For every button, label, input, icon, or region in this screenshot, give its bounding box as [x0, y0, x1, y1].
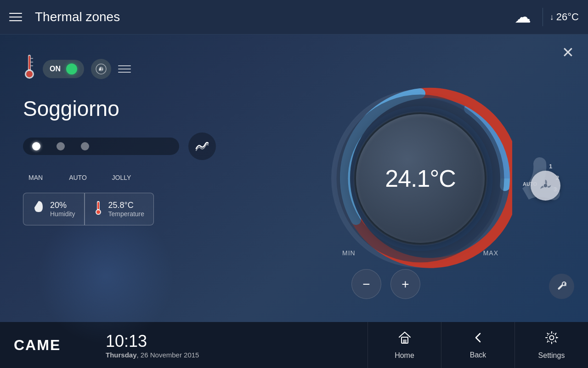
mode-auto-label: AUTO: [56, 174, 100, 181]
current-temperature: 24.1°C: [385, 165, 456, 192]
heating-mode-icon[interactable]: [91, 59, 111, 79]
humidity-label: Humidity: [50, 210, 75, 218]
svg-rect-6: [28, 56, 30, 69]
wave-button[interactable]: [188, 132, 216, 160]
fan-speed-selector: AUTO 1 2 3: [519, 145, 560, 201]
brand-section: CAME: [0, 337, 92, 354]
date-rest: , 26 November 2015: [137, 351, 199, 359]
mode-dot-jolly[interactable]: [81, 142, 89, 150]
temp-sensor-value: 25.8°C: [108, 201, 144, 210]
navigation-section: Home Back Settings: [368, 322, 588, 368]
toggle-label: ON: [50, 65, 61, 73]
page-title: Thermal zones: [35, 10, 514, 24]
sensor-cards: 20% Humidity 25.8°C Temperature: [23, 193, 230, 225]
temperature-card: 25.8°C Temperature: [85, 193, 154, 225]
svg-rect-11: [97, 202, 99, 209]
left-panel: ON Soggiorno: [0, 34, 253, 322]
home-nav-button[interactable]: Home: [368, 322, 441, 368]
header-divider: [543, 8, 543, 26]
humidity-card: 20% Humidity: [23, 193, 85, 225]
svg-rect-26: [403, 340, 406, 343]
mode-dot-auto[interactable]: [57, 142, 65, 150]
close-button[interactable]: ✕: [562, 44, 574, 61]
footer: CAME 10:13 Thursday, 26 November 2015 Ho…: [0, 322, 588, 368]
svg-point-7: [26, 71, 33, 77]
wrench-settings-button[interactable]: [549, 274, 574, 299]
svg-point-13: [96, 210, 100, 214]
main-content: ON Soggiorno: [0, 34, 588, 322]
increase-button[interactable]: +: [390, 269, 420, 299]
power-toggle[interactable]: ON: [43, 60, 84, 78]
right-panel: ✕: [253, 34, 588, 322]
temp-sensor-label: Temperature: [108, 210, 144, 218]
fan-speed-button[interactable]: [531, 171, 560, 201]
date-display: Thursday, 26 November 2015: [106, 351, 354, 359]
thermometer-icon: [23, 53, 36, 85]
time-section: 10:13 Thursday, 26 November 2015: [92, 332, 368, 359]
home-nav-label: Home: [395, 351, 414, 360]
mode-selector[interactable]: [23, 138, 179, 155]
back-nav-label: Back: [470, 351, 486, 359]
thermostat-dial: 24.1°C MIN MAX: [328, 86, 512, 270]
mode-jolly-label: JOLLY: [100, 174, 143, 181]
svg-point-27: [549, 335, 554, 339]
settings-nav-label: Settings: [538, 351, 565, 360]
control-buttons: − +: [351, 269, 420, 299]
svg-point-24: [544, 184, 547, 187]
min-label: MIN: [342, 249, 356, 257]
dial-center: 24.1°C: [356, 114, 485, 243]
options-menu-icon[interactable]: [118, 65, 131, 73]
humidity-value: 20%: [50, 201, 75, 210]
settings-nav-button[interactable]: Settings: [514, 322, 588, 368]
mode-dot-man[interactable]: [32, 142, 40, 150]
temp-sensor-icon: [94, 200, 102, 218]
brand-logo: CAME: [14, 337, 61, 354]
mode-labels: MAN AUTO JOLLY: [23, 174, 179, 181]
temp-arrow-icon: ↓: [550, 12, 554, 22]
back-icon: [472, 331, 485, 347]
humidity-icon: [33, 200, 45, 218]
toggle-indicator: [66, 63, 77, 75]
header: Thermal zones ☁ ↓ 26°C: [0, 0, 588, 34]
date-day: Thursday: [106, 351, 137, 359]
settings-icon: [545, 331, 559, 348]
clock-display: 10:13: [106, 332, 354, 351]
zone-name: Soggiorno: [23, 96, 230, 121]
mode-row: [23, 132, 230, 160]
mode-man-label: MAN: [28, 174, 56, 181]
back-nav-button[interactable]: Back: [441, 322, 514, 368]
outside-temp-value: 26°C: [556, 11, 579, 23]
temperature-info: 25.8°C Temperature: [108, 201, 144, 218]
menu-button[interactable]: [9, 9, 26, 25]
fan-icon: [537, 178, 554, 194]
weather-icon: ☁: [514, 7, 531, 27]
top-controls: ON: [23, 53, 230, 85]
outside-temperature: ↓ 26°C: [550, 11, 579, 23]
humidity-info: 20% Humidity: [50, 201, 75, 218]
home-icon: [398, 331, 412, 348]
svg-text:1: 1: [549, 163, 552, 170]
decrease-button[interactable]: −: [351, 269, 381, 299]
max-label: MAX: [483, 249, 498, 257]
